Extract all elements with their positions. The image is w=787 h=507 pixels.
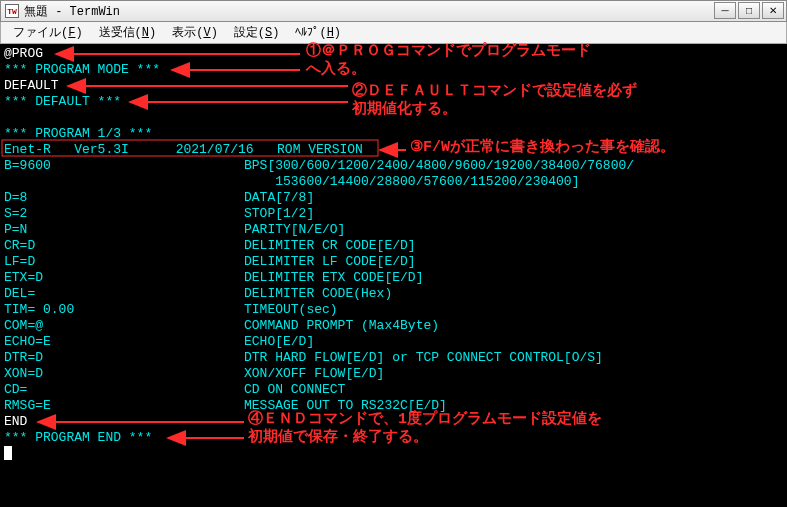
term-line: DTR HARD FLOW[E/D] or TCP CONNECT CONTRO… — [244, 350, 603, 366]
term-line: COMMAND PROMPT (Max4Byte) — [244, 318, 439, 334]
term-line: *** DEFAULT *** — [4, 94, 121, 110]
term-line: *** PROGRAM 1/3 *** — [4, 126, 152, 142]
term-line: TIMEOUT(sec) — [244, 302, 338, 318]
menu-send[interactable]: 送受信(N) — [93, 22, 163, 43]
term-line: END — [4, 414, 27, 430]
menu-bar: ファイル(F) 送受信(N) 表示(V) 設定(S) ﾍﾙﾌﾟ(H) — [0, 22, 787, 44]
term-line: PARITY[N/E/O] — [244, 222, 345, 238]
term-line: 153600/14400/28800/57600/115200/230400] — [244, 174, 579, 190]
terminal-cursor — [4, 446, 12, 460]
term-line: B=9600 — [4, 158, 51, 174]
term-line: TIM= 0.00 — [4, 302, 74, 318]
minimize-button[interactable]: ─ — [714, 2, 736, 19]
menu-setting[interactable]: 設定(S) — [228, 22, 286, 43]
annotation-1a: ①＠ＰＲＯＧコマンドでプログラムモード — [306, 44, 591, 60]
term-line: *** PROGRAM END *** — [4, 430, 152, 446]
annotation-4a: ④ＥＮＤコマンドで、1度プログラムモード設定値を — [248, 412, 602, 428]
close-button[interactable]: ✕ — [762, 2, 784, 19]
term-line: DEL= — [4, 286, 35, 302]
app-icon: TW — [5, 4, 19, 18]
term-line: DATA[7/8] — [244, 190, 314, 206]
window-title: 無題 - TermWin — [24, 3, 120, 20]
term-line: *** PROGRAM MODE *** — [4, 62, 160, 78]
term-line: ETX=D — [4, 270, 43, 286]
menu-help[interactable]: ﾍﾙﾌﾟ(H) — [289, 23, 347, 42]
annotation-2a: ②ＤＥＦＡＵＬＴコマンドで設定値を必ず — [352, 84, 637, 100]
annotation-2b: 初期値化する。 — [352, 102, 457, 118]
term-line: DELIMITER CODE(Hex) — [244, 286, 392, 302]
term-line: @PROG — [4, 46, 43, 62]
term-line: D=8 — [4, 190, 27, 206]
terminal-area[interactable]: @PROG *** PROGRAM MODE *** DEFAULT *** D… — [0, 44, 787, 507]
annotation-4b: 初期値で保存・終了する。 — [248, 430, 428, 446]
term-line: P=N — [4, 222, 27, 238]
term-line: DEFAULT — [4, 78, 59, 94]
term-line: CR=D — [4, 238, 35, 254]
annotation-3: ③F/Wが正常に書き換わった事を確認。 — [410, 140, 675, 156]
term-line: LF=D — [4, 254, 35, 270]
term-line: ECHO[E/D] — [244, 334, 314, 350]
term-line: Enet-R Ver5.3I 2021/07/16 ROM VERSION — [4, 142, 363, 158]
term-line: RMSG=E — [4, 398, 51, 414]
term-line: DELIMITER ETX CODE[E/D] — [244, 270, 423, 286]
annotation-1b: へ入る。 — [306, 62, 366, 78]
title-bar: TW 無題 - TermWin ─ □ ✕ — [0, 0, 787, 22]
term-line: XON/XOFF FLOW[E/D] — [244, 366, 384, 382]
term-line: DTR=D — [4, 350, 43, 366]
term-line: CD= — [4, 382, 27, 398]
menu-view[interactable]: 表示(V) — [166, 22, 224, 43]
term-line: XON=D — [4, 366, 43, 382]
term-line: CD ON CONNECT — [244, 382, 345, 398]
menu-file[interactable]: ファイル(F) — [7, 22, 89, 43]
term-line: DELIMITER LF CODE[E/D] — [244, 254, 416, 270]
term-line: STOP[1/2] — [244, 206, 314, 222]
term-line: S=2 — [4, 206, 27, 222]
term-line: ECHO=E — [4, 334, 51, 350]
term-line: COM=@ — [4, 318, 43, 334]
term-line: BPS[300/600/1200/2400/4800/9600/19200/38… — [244, 158, 634, 174]
term-line: DELIMITER CR CODE[E/D] — [244, 238, 416, 254]
maximize-button[interactable]: □ — [738, 2, 760, 19]
